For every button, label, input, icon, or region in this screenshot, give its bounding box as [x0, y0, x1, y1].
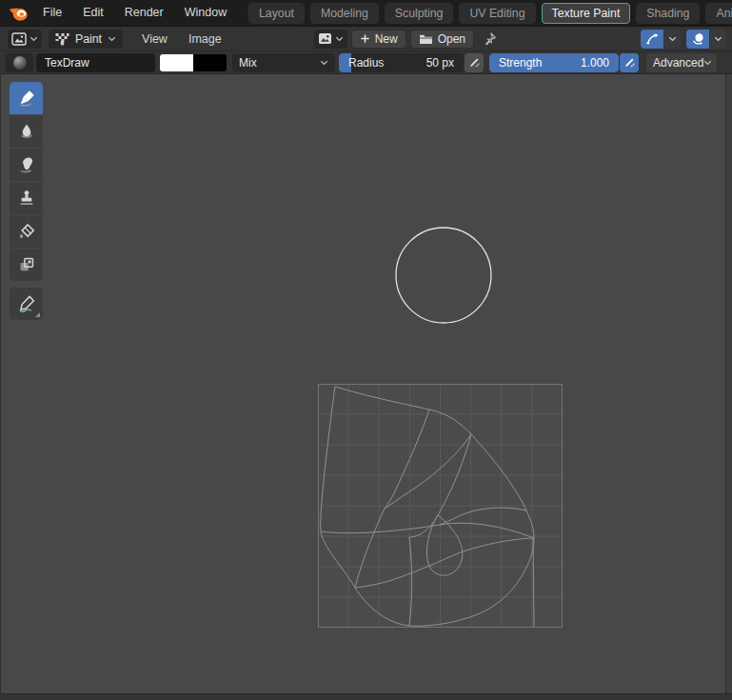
- advanced-dropdown[interactable]: Advanced: [646, 53, 717, 72]
- curve-falloff-icon: [645, 31, 660, 46]
- tool-mask-button[interactable]: [10, 249, 43, 281]
- chevron-down-icon: [703, 60, 712, 66]
- strength-slider[interactable]: Strength 1.000: [489, 53, 619, 72]
- stencil-sphere-icon: [691, 31, 705, 46]
- advanced-label: Advanced: [653, 56, 703, 70]
- open-image-button[interactable]: Open: [410, 30, 474, 49]
- paint-mode-selector[interactable]: Paint: [49, 30, 123, 49]
- radius-pressure-button[interactable]: [465, 53, 484, 72]
- color-swatches: [160, 54, 227, 71]
- more-tools-indicator: [35, 312, 40, 317]
- folder-icon: [419, 33, 433, 45]
- radius-label: Radius: [348, 56, 384, 70]
- bucket-icon: [17, 222, 36, 241]
- chevron-down-icon: [30, 36, 38, 42]
- tool-clone-button[interactable]: [10, 182, 43, 214]
- brush-name-field[interactable]: TexDraw: [36, 53, 155, 72]
- radius-slider[interactable]: Radius 50 px: [339, 53, 464, 72]
- chevron-down-icon: [320, 60, 328, 66]
- chevron-down-icon: [108, 36, 116, 42]
- pressure-brush-icon: [468, 56, 481, 69]
- editor-type-selector[interactable]: [8, 30, 42, 49]
- browse-image-button[interactable]: [314, 30, 347, 49]
- annotate-pencil-icon: [17, 294, 36, 313]
- blend-mode-value: Mix: [239, 56, 257, 70]
- mask-icon: [17, 255, 36, 274]
- strength-pressure-button[interactable]: [620, 53, 639, 72]
- brush-icon: [17, 89, 36, 108]
- workspace-tab-animation[interactable]: Animation: [705, 3, 732, 24]
- background-color-swatch[interactable]: [193, 54, 227, 71]
- new-image-label: New: [375, 32, 398, 46]
- smear-icon: [17, 155, 36, 174]
- menu-render[interactable]: Render: [114, 0, 174, 26]
- paint-toolbar: [10, 82, 43, 320]
- workspace-tab-texture-paint[interactable]: Texture Paint: [542, 3, 631, 24]
- curve-falloff-button[interactable]: [641, 30, 663, 49]
- menu-view[interactable]: View: [133, 32, 176, 46]
- tool-draw-button[interactable]: [10, 82, 43, 114]
- falloff-dropdown: [641, 30, 681, 49]
- menu-image[interactable]: Image: [180, 32, 230, 46]
- menu-file[interactable]: File: [32, 0, 72, 26]
- tool-smear-button[interactable]: [10, 149, 43, 181]
- brush-preview-button[interactable]: [6, 53, 33, 72]
- workspace-tabs: LayoutModelingSculptingUV EditingTexture…: [244, 0, 732, 26]
- image-editor-header: Paint View Image New Open: [0, 26, 732, 50]
- tool-annotate-button[interactable]: [10, 288, 43, 320]
- brush-preview-sphere-icon: [13, 56, 27, 70]
- chevron-down-icon: [668, 36, 677, 42]
- foreground-color-swatch[interactable]: [160, 54, 193, 71]
- paint-mask-icon: [55, 32, 69, 46]
- falloff-options-button[interactable]: [664, 30, 681, 49]
- plus-icon: [360, 33, 370, 44]
- chevron-down-icon: [335, 36, 344, 42]
- blender-logo-icon[interactable]: [8, 5, 29, 22]
- workspace-tab-layout[interactable]: Layout: [248, 3, 305, 24]
- tool-settings-bar: TexDraw Mix Radius 50 px: [0, 50, 732, 74]
- radius-value: 50 px: [426, 56, 454, 70]
- image-icon: [318, 32, 332, 45]
- image-editor-icon: [11, 32, 27, 46]
- chevron-down-icon: [714, 36, 722, 42]
- workspace-tab-modeling[interactable]: Modeling: [310, 3, 379, 24]
- strength-value: 1.000: [581, 56, 609, 70]
- brush-name-value: TexDraw: [45, 56, 89, 70]
- pin-icon[interactable]: [483, 31, 497, 46]
- strength-label: Strength: [499, 56, 542, 70]
- editor-divider[interactable]: [725, 74, 732, 693]
- pressure-brush-icon: [623, 56, 636, 69]
- new-image-button[interactable]: New: [351, 30, 406, 49]
- tool-soften-button[interactable]: [10, 115, 43, 148]
- display-dropdown: [686, 30, 726, 49]
- menu-window[interactable]: Window: [174, 0, 237, 26]
- workspace-tab-sculpting[interactable]: Sculpting: [385, 3, 454, 24]
- blender-window: FileEditRenderWindowHelp LayoutModelingS…: [0, 0, 732, 700]
- topbar: FileEditRenderWindowHelp LayoutModelingS…: [0, 0, 732, 26]
- menu-edit[interactable]: Edit: [72, 0, 114, 26]
- open-image-label: Open: [438, 32, 465, 46]
- status-bar: [0, 693, 732, 700]
- stencil-sphere-button[interactable]: [686, 30, 709, 49]
- workspace-tab-uv-editing[interactable]: UV Editing: [459, 3, 535, 24]
- workspace-tab-shading[interactable]: Shading: [636, 3, 700, 24]
- droplet-icon: [17, 122, 36, 141]
- blend-mode-dropdown[interactable]: Mix: [232, 53, 335, 72]
- display-options-button[interactable]: [710, 30, 726, 49]
- texture-image-view[interactable]: [318, 384, 563, 628]
- stamp-icon: [17, 189, 36, 208]
- paint-mode-label: Paint: [75, 32, 102, 46]
- tool-fill-button[interactable]: [10, 215, 43, 248]
